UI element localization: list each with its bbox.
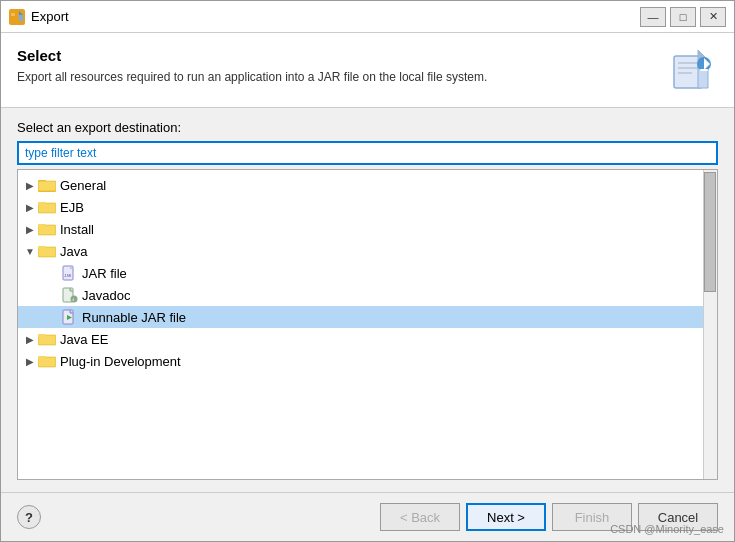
tree-item-plugin-dev[interactable]: ▶ Plug-in Development	[18, 350, 717, 372]
svg-rect-4	[678, 62, 698, 64]
folder-icon-plugin	[38, 354, 56, 368]
filter-input[interactable]	[17, 141, 718, 165]
header-title: Select	[17, 47, 487, 64]
folder-icon-java-ee	[38, 332, 56, 346]
tree-item-install[interactable]: ▶ Install	[18, 218, 717, 240]
tree-item-java[interactable]: ▼ Java	[18, 240, 717, 262]
runnable-jar-icon	[62, 309, 78, 325]
svg-rect-14	[38, 181, 56, 191]
header-description: Export all resources required to run an …	[17, 70, 487, 84]
svg-rect-5	[678, 67, 698, 69]
export-icon-svg	[670, 48, 714, 92]
tree-label-javadoc: Javadoc	[82, 288, 130, 303]
footer-wrapper: ? < Back Next > Finish Cancel CSDN @Mino…	[1, 492, 734, 541]
tree-label-general: General	[60, 178, 106, 193]
scrollbar-track[interactable]	[703, 170, 717, 479]
close-button[interactable]: ✕	[700, 7, 726, 27]
content-area: Select Export all resources required to …	[1, 33, 734, 541]
tree-label-plugin-dev: Plug-in Development	[60, 354, 181, 369]
tree-scroll[interactable]: ▶ General ▶	[18, 170, 717, 479]
export-icon	[666, 47, 718, 93]
folder-icon-general	[38, 178, 56, 192]
title-bar-left: Export	[9, 9, 69, 25]
tree-label-jar-file: JAR file	[82, 266, 127, 281]
next-button[interactable]: Next >	[466, 503, 546, 531]
expand-icon-plugin: ▶	[22, 353, 38, 369]
tree-label-java: Java	[60, 244, 87, 259]
expand-icon-java-ee: ▶	[22, 331, 38, 347]
svg-rect-6	[678, 72, 692, 74]
header-section: Select Export all resources required to …	[1, 33, 734, 108]
folder-icon-ejb	[38, 200, 56, 214]
tree-label-ejb: EJB	[60, 200, 84, 215]
tree-label-install: Install	[60, 222, 94, 237]
title-bar-controls: — □ ✕	[640, 7, 726, 27]
tree-item-jar-file[interactable]: ▶ JAR JAR file	[18, 262, 717, 284]
svg-rect-29	[38, 334, 46, 337]
watermark: CSDN @Minority_ease	[610, 523, 724, 535]
expand-icon-general: ▶	[22, 177, 38, 193]
export-dialog: Export — □ ✕ Select Export all resources…	[0, 0, 735, 542]
svg-rect-20	[38, 246, 46, 249]
tree-label-java-ee: Java EE	[60, 332, 108, 347]
tree-item-ejb[interactable]: ▶ EJB	[18, 196, 717, 218]
tree-item-javadoc[interactable]: ▶ i Javadoc	[18, 284, 717, 306]
svg-rect-18	[38, 224, 46, 227]
folder-icon-java	[38, 244, 56, 258]
footer-left: ?	[17, 505, 41, 529]
svg-rect-11	[700, 69, 708, 71]
body-section: Select an export destination: ▶	[1, 108, 734, 492]
back-button[interactable]: < Back	[380, 503, 460, 531]
svg-text:JAR: JAR	[64, 273, 72, 278]
folder-icon-install	[38, 222, 56, 236]
title-bar: Export — □ ✕	[1, 1, 734, 33]
svg-rect-31	[38, 356, 46, 359]
expand-icon-install: ▶	[22, 221, 38, 237]
header-text: Select Export all resources required to …	[17, 47, 487, 84]
tree-item-runnable-jar[interactable]: ▶ Runnable JAR file	[18, 306, 717, 328]
expand-icon-ejb: ▶	[22, 199, 38, 215]
window-icon	[9, 9, 25, 25]
svg-rect-1	[11, 13, 15, 16]
svg-rect-2	[19, 15, 23, 21]
svg-rect-16	[38, 202, 46, 205]
javadoc-icon: i	[62, 287, 78, 303]
window-title: Export	[31, 9, 69, 24]
section-label: Select an export destination:	[17, 120, 718, 135]
minimize-button[interactable]: —	[640, 7, 666, 27]
tree-item-general[interactable]: ▶ General	[18, 174, 717, 196]
help-button[interactable]: ?	[17, 505, 41, 529]
maximize-button[interactable]: □	[670, 7, 696, 27]
tree-container: ▶ General ▶	[17, 169, 718, 480]
scrollbar-thumb[interactable]	[704, 172, 716, 292]
tree-item-java-ee[interactable]: ▶ Java EE	[18, 328, 717, 350]
jar-file-icon: JAR	[62, 265, 78, 281]
tree-label-runnable-jar: Runnable JAR file	[82, 310, 186, 325]
expand-icon-java: ▼	[22, 243, 38, 259]
